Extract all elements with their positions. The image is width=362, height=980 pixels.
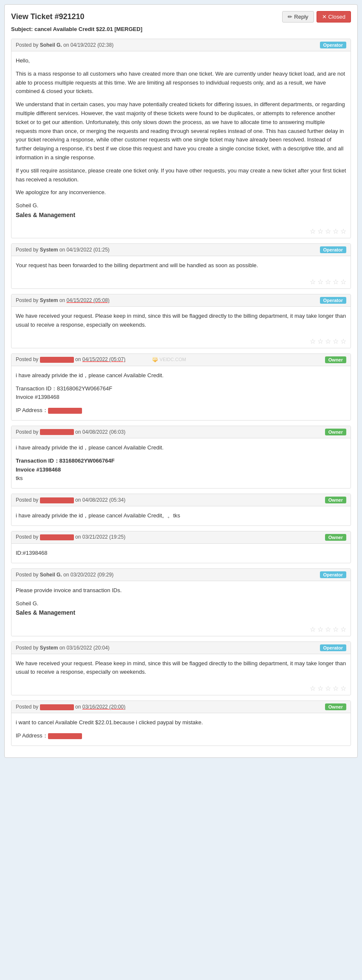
redacted-ip bbox=[48, 408, 82, 414]
owner-badge: Owner bbox=[325, 356, 346, 363]
owner-badge: Owner bbox=[325, 534, 346, 541]
post-header: Posted by on 04/08/2022 (06:03) Owner bbox=[11, 426, 351, 438]
star-5[interactable]: ☆ bbox=[340, 278, 346, 286]
star-4[interactable]: ☆ bbox=[333, 684, 339, 692]
redacted-author bbox=[40, 497, 74, 503]
post-block: Posted by Soheil G. on 04/19/2022 (02:38… bbox=[11, 39, 351, 238]
stars-row: ☆ ☆ ☆ ☆ ☆ bbox=[11, 335, 351, 348]
star-1[interactable]: ☆ bbox=[310, 278, 316, 286]
star-1[interactable]: ☆ bbox=[310, 227, 316, 235]
star-5[interactable]: ☆ bbox=[340, 625, 346, 633]
post-meta: Posted by on 03/16/2022 (20:00) bbox=[16, 704, 125, 710]
post-header: Posted by on 03/21/2022 (19:25) Owner bbox=[11, 531, 351, 544]
post-block: Posted by System on 03/16/2022 (20:04) O… bbox=[11, 641, 351, 696]
star-2[interactable]: ☆ bbox=[317, 278, 323, 286]
post-header: Posted by Soheil G. on 04/19/2022 (02:38… bbox=[11, 39, 351, 51]
operator-badge: Operator bbox=[320, 297, 346, 304]
post-meta: Posted by System on 03/16/2022 (20:04) bbox=[16, 645, 110, 651]
header-buttons: ✏ Reply ✕ Closed bbox=[282, 11, 351, 23]
operator-badge: Operator bbox=[320, 246, 346, 253]
ticket-header: View Ticket #921210 ✏ Reply ✕ Closed bbox=[11, 11, 351, 23]
closed-button[interactable]: ✕ Closed bbox=[317, 11, 351, 23]
post-block: Posted by on 04/15/2022 (05:07) 🔱 VEIDC.… bbox=[11, 353, 351, 421]
star-4[interactable]: ☆ bbox=[333, 337, 339, 345]
star-2[interactable]: ☆ bbox=[317, 227, 323, 235]
post-body: ID:#1398468 bbox=[11, 544, 351, 563]
post-header: Posted by on 03/16/2022 (20:00) Owner bbox=[11, 701, 351, 713]
star-2[interactable]: ☆ bbox=[317, 684, 323, 692]
signature: Soheil G. Sales & Management bbox=[16, 599, 346, 618]
post-block: Posted by System on 04/19/2022 (01:25) O… bbox=[11, 243, 351, 289]
post-body: Your request has been forwarded to the b… bbox=[11, 256, 351, 275]
star-4[interactable]: ☆ bbox=[333, 227, 339, 235]
star-1[interactable]: ☆ bbox=[310, 684, 316, 692]
post-meta: Posted by System on 04/19/2022 (01:25) bbox=[16, 247, 110, 253]
operator-badge: Operator bbox=[320, 571, 346, 578]
post-block: Posted by System on 04/15/2022 (05:08) O… bbox=[11, 294, 351, 348]
post-body: Hello, This is a mass response to all cu… bbox=[11, 51, 351, 225]
subject-line: Subject: cancel Available Credit $22.01 … bbox=[11, 26, 351, 32]
stars-row: ☆ ☆ ☆ ☆ ☆ bbox=[11, 623, 351, 636]
star-4[interactable]: ☆ bbox=[333, 278, 339, 286]
stars-row: ☆ ☆ ☆ ☆ ☆ bbox=[11, 682, 351, 695]
owner-badge: Owner bbox=[325, 703, 346, 710]
post-meta: Posted by on 04/08/2022 (05:34) bbox=[16, 497, 125, 503]
stars-row: ☆ ☆ ☆ ☆ ☆ bbox=[11, 275, 351, 288]
redacted-author bbox=[40, 704, 74, 710]
post-meta: Posted by Soheil G. on 04/19/2022 (02:38… bbox=[16, 42, 113, 48]
post-meta: Posted by on 04/08/2022 (06:03) bbox=[16, 429, 125, 435]
reply-button[interactable]: ✏ Reply bbox=[282, 11, 314, 23]
redacted-author bbox=[40, 429, 74, 435]
post-block: Posted by Soheil G. on 03/20/2022 (09:29… bbox=[11, 568, 351, 636]
star-5[interactable]: ☆ bbox=[340, 227, 346, 235]
operator-badge: Operator bbox=[320, 42, 346, 48]
star-3[interactable]: ☆ bbox=[325, 625, 331, 633]
redacted-author bbox=[40, 357, 74, 363]
star-3[interactable]: ☆ bbox=[325, 227, 331, 235]
redacted-author bbox=[40, 534, 74, 540]
star-3[interactable]: ☆ bbox=[325, 278, 331, 286]
post-body: We have received your request. Please ke… bbox=[11, 654, 351, 682]
operator-badge: Operator bbox=[320, 644, 346, 651]
post-body: i have already privide the id，please can… bbox=[11, 366, 351, 420]
times-icon: ✕ bbox=[322, 14, 327, 20]
star-2[interactable]: ☆ bbox=[317, 625, 323, 633]
star-3[interactable]: ☆ bbox=[325, 337, 331, 345]
post-block: Posted by on 04/08/2022 (05:34) Owner i … bbox=[11, 494, 351, 526]
owner-badge: Owner bbox=[325, 429, 346, 435]
owner-badge: Owner bbox=[325, 497, 346, 503]
star-1[interactable]: ☆ bbox=[310, 625, 316, 633]
star-5[interactable]: ☆ bbox=[340, 684, 346, 692]
star-1[interactable]: ☆ bbox=[310, 337, 316, 345]
post-body: We have received your request. Please ke… bbox=[11, 307, 351, 335]
signature: Soheil G. Sales & Management bbox=[16, 201, 346, 220]
pencil-icon: ✏ bbox=[288, 14, 292, 20]
post-header: Posted by Soheil G. on 03/20/2022 (09:29… bbox=[11, 569, 351, 581]
post-meta: Posted by Soheil G. on 03/20/2022 (09:29… bbox=[16, 572, 113, 578]
post-header: Posted by on 04/15/2022 (05:07) 🔱 VEIDC.… bbox=[11, 354, 351, 366]
post-meta: Posted by on 04/15/2022 (05:07) 🔱 VEIDC.… bbox=[16, 356, 186, 363]
post-meta: Posted by System on 04/15/2022 (05:08) bbox=[16, 297, 110, 303]
post-header: Posted by on 04/08/2022 (05:34) Owner bbox=[11, 494, 351, 506]
post-body: Please provide invoice and transaction I… bbox=[11, 581, 351, 623]
redacted-ip bbox=[48, 733, 82, 739]
post-header: Posted by System on 03/16/2022 (20:04) O… bbox=[11, 642, 351, 654]
post-header: Posted by System on 04/19/2022 (01:25) O… bbox=[11, 244, 351, 256]
page-title: View Ticket #921210 bbox=[11, 12, 84, 21]
post-block: Posted by on 04/08/2022 (06:03) Owner i … bbox=[11, 426, 351, 489]
post-body: i have already privide the id，please can… bbox=[11, 506, 351, 525]
star-4[interactable]: ☆ bbox=[333, 625, 339, 633]
post-block: Posted by on 03/16/2022 (20:00) Owner i … bbox=[11, 700, 351, 746]
ticket-container: View Ticket #921210 ✏ Reply ✕ Closed Sub… bbox=[4, 4, 358, 758]
stars-row: ☆ ☆ ☆ ☆ ☆ bbox=[11, 225, 351, 238]
star-5[interactable]: ☆ bbox=[340, 337, 346, 345]
post-block: Posted by on 03/21/2022 (19:25) Owner ID… bbox=[11, 531, 351, 563]
post-meta: Posted by on 03/21/2022 (19:25) bbox=[16, 534, 125, 540]
post-body: i have already privide the id，please can… bbox=[11, 438, 351, 488]
star-3[interactable]: ☆ bbox=[325, 684, 331, 692]
post-header: Posted by System on 04/15/2022 (05:08) O… bbox=[11, 294, 351, 307]
post-body: i want to cancel Available Credit $22.01… bbox=[11, 713, 351, 746]
star-2[interactable]: ☆ bbox=[317, 337, 323, 345]
